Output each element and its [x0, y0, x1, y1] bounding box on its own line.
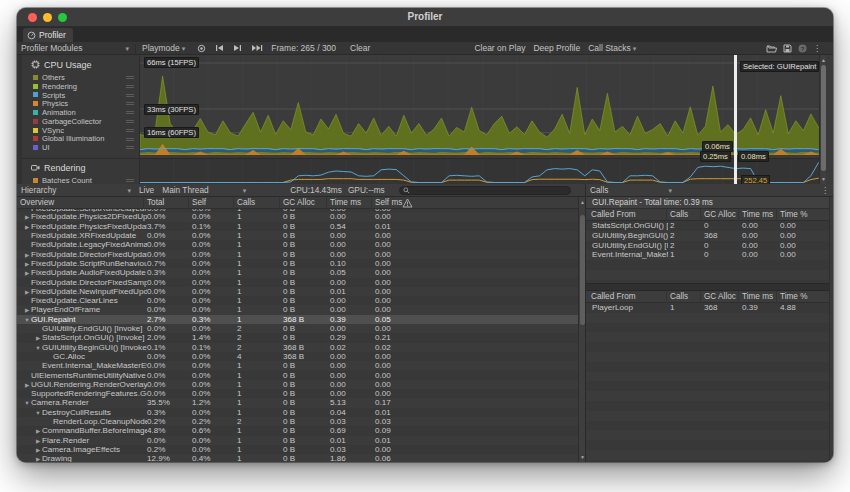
next-frame-button[interactable]: [229, 42, 246, 55]
help-icon[interactable]: ?: [798, 44, 807, 53]
table-row[interactable]: ▼DestroyCullResults0.3%0.0%10 B0.040.01: [17, 408, 578, 417]
table-row[interactable]: FixedUpdate.LegacyFixedAnimationUpdate0.…: [17, 240, 578, 249]
batches-chart-canvas[interactable]: [140, 159, 826, 185]
table-row[interactable]: ▶StatsScript.OnGUI() [Invoke]2.0%1.4%20 …: [17, 333, 578, 342]
legend-item-global-illumination[interactable]: Global Illumination: [22, 135, 140, 144]
tree-expand-closed-icon[interactable]: ▶: [34, 427, 42, 435]
legend-item-rendering[interactable]: Rendering: [22, 82, 140, 91]
tree-expand-closed-icon[interactable]: ▶: [34, 334, 42, 342]
cpu-usage-module[interactable]: CPU Usage OthersRenderingScriptsPhysicsA…: [22, 55, 140, 155]
column-header-time-ms[interactable]: Time ms: [326, 197, 371, 209]
table-row[interactable]: ▶FixedUpdate.NewInputFixedUpdate0.0%0.0%…: [17, 287, 578, 296]
legend-item-others[interactable]: Others: [22, 73, 140, 82]
legend-item-vsync[interactable]: VSync: [22, 126, 140, 135]
clear-button[interactable]: Clear: [346, 42, 374, 55]
deep-profile-toggle[interactable]: Deep Profile: [529, 42, 584, 55]
tree-expand-closed-icon[interactable]: ▶: [23, 381, 31, 389]
legend-drag-handle-icon[interactable]: [126, 76, 134, 79]
record-button[interactable]: [193, 42, 210, 55]
legend-item-garbagecollector[interactable]: GarbageCollector: [22, 117, 140, 126]
tree-expand-open-icon[interactable]: ▼: [34, 409, 42, 417]
column-header-called-from[interactable]: Called From: [588, 291, 666, 303]
legend-item-physics[interactable]: Physics: [22, 99, 140, 108]
table-row[interactable]: FixedUpdate.DirectorFixedSampleTime0.0%0…: [17, 278, 578, 287]
playmode-target-dropdown[interactable]: Playmode ▾: [138, 42, 189, 55]
cpu-usage-chart[interactable]: 66ms (15FPS) 33ms (30FPS) 16ms (60FPS) S…: [140, 55, 826, 155]
detail-scrollbar-gutter[interactable]: [829, 197, 833, 462]
legend-item-ui[interactable]: UI: [22, 143, 140, 152]
tree-expand-open-icon[interactable]: ▼: [34, 344, 42, 352]
column-header-overview[interactable]: Overview: [17, 197, 143, 209]
legend-item-scripts[interactable]: Scripts: [22, 91, 140, 100]
table-row[interactable]: GUIUtility.EndGUI() [Invoke]0.0%0.0%20 B…: [17, 324, 578, 333]
table-row[interactable]: GC.Alloc0.0%0.0%4368 B0.000.00: [17, 352, 578, 361]
tree-expand-closed-icon[interactable]: ▶: [23, 251, 31, 259]
table-row[interactable]: UIElementsRuntimeUtilityNative0.0%0.0%10…: [17, 371, 578, 380]
column-header-calls[interactable]: Calls: [666, 209, 700, 221]
column-header-self[interactable]: Self: [188, 197, 233, 209]
prev-frame-button[interactable]: [211, 42, 228, 55]
column-header-called-from[interactable]: Called From: [588, 209, 666, 221]
legend-drag-handle-icon[interactable]: [126, 85, 134, 88]
tree-expand-closed-icon[interactable]: ▶: [23, 260, 31, 268]
tree-expand-closed-icon[interactable]: ▶: [23, 223, 31, 231]
titlebar[interactable]: Profiler: [17, 8, 833, 27]
column-header-self-ms[interactable]: Self ms: [371, 197, 416, 209]
charts-scrollbar-thumb[interactable]: [821, 65, 826, 171]
cpu-usage-module-header[interactable]: CPU Usage: [22, 58, 140, 71]
tree-expand-closed-icon[interactable]: ▶: [23, 288, 31, 296]
legend-drag-handle-icon[interactable]: [126, 102, 134, 105]
table-row[interactable]: ▶Drawing12.9%0.4%10 B1.860.06: [17, 454, 578, 462]
detail-pane-splitter[interactable]: [586, 283, 833, 291]
table-row[interactable]: ▼Camera.Render35.5%1.2%10 B5.130.17: [17, 398, 578, 407]
tab-profiler[interactable]: Profiler: [23, 28, 73, 42]
tree-expand-closed-icon[interactable]: ▶: [34, 455, 42, 462]
table-row[interactable]: ▶PlayerEndOfFrame0.0%0.0%10 B0.000.00: [17, 305, 578, 314]
tree-expand-closed-icon[interactable]: ▶: [23, 213, 31, 221]
table-row[interactable]: FixedUpdate.XRFixedUpdate0.0%0.0%10 B0.0…: [17, 231, 578, 240]
table-row[interactable]: ▶FixedUpdate.DirectorFixedUpdate0.0%0.0%…: [17, 250, 578, 259]
table-row[interactable]: RenderLoop.CleanupNodeQueue0.2%0.2%20 B0…: [17, 417, 578, 426]
table-row[interactable]: ▶FixedUpdate.PhysicsFixedUpdate3.7%0.1%1…: [17, 222, 578, 231]
charts-scrollbar[interactable]: ▲ ▼: [819, 55, 826, 184]
scroll-down-icon[interactable]: ▼: [820, 176, 827, 182]
clear-on-play-toggle[interactable]: Clear on Play: [470, 42, 529, 55]
detail-table-row[interactable]: GUIUtility.EndGUI() [Invoke]200.000.00: [586, 241, 830, 251]
scroll-up-icon[interactable]: ▲: [820, 57, 827, 63]
table-row[interactable]: ▶FixedUpdate.AudioFixedUpdate0.3%0.0%10 …: [17, 268, 578, 277]
tree-expand-closed-icon[interactable]: ▶: [34, 446, 42, 454]
table-row[interactable]: ▶FixedUpdate.Physics2DFixedUpdate0.0%0.0…: [17, 212, 578, 221]
legend-item-animation[interactable]: Animation: [22, 108, 140, 117]
column-header-gc-alloc[interactable]: GC Alloc: [700, 209, 738, 221]
tree-expand-closed-icon[interactable]: ▶: [23, 306, 31, 314]
rendering-module[interactable]: Rendering Batches Count: [22, 158, 140, 184]
detail-table-row[interactable]: Event.Internal_MakeMasterEventCurrent100…: [586, 250, 830, 260]
legend-drag-handle-icon[interactable]: [126, 179, 134, 182]
column-header-gc-alloc[interactable]: GC Alloc: [279, 197, 326, 209]
thread-dropdown[interactable]: Main Thread ▾: [158, 184, 250, 197]
column-header-gc-alloc[interactable]: GC Alloc: [700, 291, 738, 303]
table-row[interactable]: ▼GUI.Repaint2.7%0.3%1368 B0.390.05: [17, 315, 578, 324]
table-row[interactable]: ▶CommandBuffer.BeforeImageEffects4.8%0.6…: [17, 426, 578, 435]
tree-expand-closed-icon[interactable]: ▶: [34, 437, 42, 445]
view-mode-dropdown[interactable]: Hierarchy ▾: [17, 184, 135, 197]
detail-table-row[interactable]: StatsScript.OnGUI() [Invoke]200.000.00: [586, 221, 830, 231]
legend-drag-handle-icon[interactable]: [126, 94, 134, 97]
rendering-module-header[interactable]: Rendering: [22, 161, 140, 174]
detail-view-dropdown[interactable]: Calls ▾: [586, 184, 676, 197]
table-row[interactable]: Event.Internal_MakeMasterEventCurrent0.0…: [17, 361, 578, 370]
column-header-time-%[interactable]: Time %: [776, 209, 818, 221]
table-row[interactable]: ▶FixedUpdate.ScriptRunBehaviourFixedUpda…: [17, 259, 578, 268]
table-row[interactable]: ▼GUIUtility.BeginGUI() [Invoke]0.1%0.1%2…: [17, 343, 578, 352]
detail-table-row[interactable]: GUIUtility.BeginGUI() [Invoke]23680.000.…: [586, 231, 830, 241]
more-menu-icon[interactable]: ⋮: [813, 44, 825, 53]
legend-drag-handle-icon[interactable]: [126, 129, 134, 132]
detail-table-row[interactable]: PlayerLoop13680.394.88: [586, 303, 830, 313]
search-input[interactable]: [399, 186, 571, 195]
column-header-calls[interactable]: Calls: [666, 291, 700, 303]
profiler-modules-dropdown[interactable]: Profiler Modules ▾: [17, 42, 133, 55]
legend-drag-handle-icon[interactable]: [126, 120, 134, 123]
call-stacks-dropdown[interactable]: Call Stacks ▾: [584, 42, 640, 55]
detail-pane-menu-icon[interactable]: ⋮: [821, 186, 833, 195]
legend-drag-handle-icon[interactable]: [126, 111, 134, 114]
